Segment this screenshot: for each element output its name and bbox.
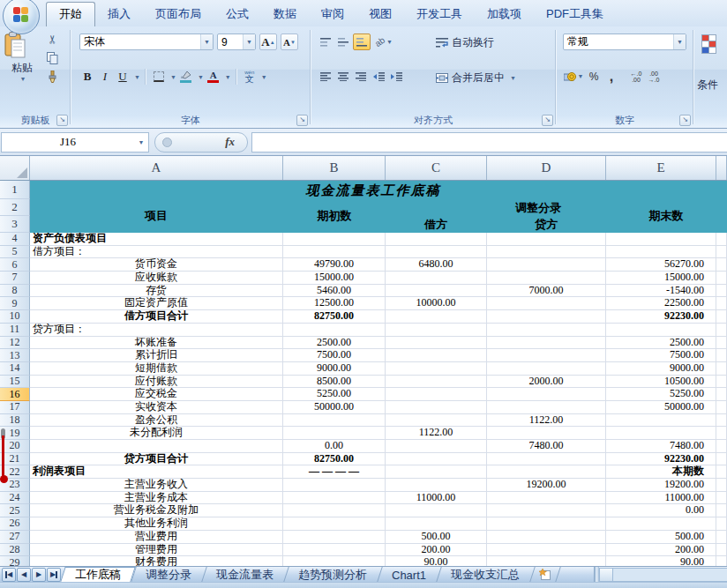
cell-E23[interactable]: 19200.00 bbox=[606, 479, 716, 492]
name-box[interactable]: J16 ▼ bbox=[1, 132, 149, 153]
cell-F26[interactable] bbox=[716, 517, 727, 531]
wrap-text-button[interactable]: 自动换行 bbox=[436, 35, 494, 50]
orientation-dropdown-icon[interactable]: ▼ bbox=[386, 39, 393, 45]
cell-C13[interactable] bbox=[386, 349, 487, 362]
cell-F19[interactable] bbox=[716, 427, 727, 440]
cell-E15[interactable]: 10500.00 bbox=[606, 376, 716, 389]
cell-F28[interactable] bbox=[716, 544, 727, 557]
cell-A24[interactable]: 主营业务成本 bbox=[30, 492, 283, 505]
cell-B9[interactable]: 12500.00 bbox=[283, 297, 386, 310]
cell-D27[interactable] bbox=[487, 531, 606, 544]
cell-E4[interactable] bbox=[606, 233, 716, 246]
cell-C16[interactable] bbox=[386, 388, 487, 401]
cell-A18[interactable]: 盈余公积 bbox=[30, 414, 283, 428]
cell-D23[interactable]: 19200.00 bbox=[487, 479, 606, 492]
cell-E22[interactable]: 本期数 bbox=[606, 465, 716, 479]
row-header-6[interactable]: 6 bbox=[0, 258, 30, 272]
row-header-29[interactable]: 29 bbox=[0, 556, 30, 566]
header-debit[interactable]: 借方 bbox=[424, 217, 447, 233]
merge-center-button[interactable]: 合并后居中 ▼ bbox=[436, 71, 516, 86]
column-header-D[interactable]: D bbox=[487, 156, 606, 180]
cell-B22[interactable]: — — — — bbox=[283, 465, 386, 479]
cell-E29[interactable]: 90.00 bbox=[606, 556, 716, 566]
cell-A11[interactable]: 贷方项目： bbox=[30, 324, 283, 337]
cell-B15[interactable]: 8500.00 bbox=[283, 376, 386, 389]
cell-D4[interactable] bbox=[487, 233, 606, 246]
row-header-25[interactable]: 25 bbox=[0, 504, 30, 517]
cell-C21[interactable] bbox=[386, 453, 487, 466]
cell-A13[interactable]: 累计折旧 bbox=[30, 349, 283, 362]
cell-B29[interactable] bbox=[283, 556, 386, 566]
phonetic-guide-button[interactable]: wén 文 bbox=[242, 70, 258, 85]
cell-D26[interactable] bbox=[487, 517, 606, 531]
ribbon-tab-1[interactable]: 插入 bbox=[95, 3, 143, 26]
merge-center-dropdown-icon[interactable]: ▼ bbox=[510, 75, 516, 81]
cell-C7[interactable] bbox=[386, 272, 487, 285]
cell-E17[interactable]: 50000.00 bbox=[606, 401, 716, 414]
cell-F12[interactable] bbox=[716, 337, 727, 350]
cell-F5[interactable] bbox=[716, 246, 727, 259]
ribbon-tab-2[interactable]: 页面布局 bbox=[143, 3, 214, 26]
cell-D28[interactable] bbox=[487, 544, 606, 557]
cell-C23[interactable] bbox=[386, 479, 487, 492]
name-box-dropdown-icon[interactable]: ▼ bbox=[134, 139, 148, 145]
horizontal-scrollbar[interactable] bbox=[599, 568, 727, 582]
cell-D7[interactable] bbox=[487, 272, 606, 285]
cell-B26[interactable] bbox=[283, 517, 386, 531]
cell-F11[interactable] bbox=[716, 324, 727, 337]
cell-C29[interactable]: 90.00 bbox=[386, 556, 487, 566]
cell-A23[interactable]: 主营业务收入 bbox=[30, 479, 283, 492]
cell-E6[interactable]: 56270.00 bbox=[606, 258, 716, 272]
bold-button[interactable]: B bbox=[79, 70, 95, 85]
cell-F13[interactable] bbox=[716, 349, 727, 362]
row-header-5[interactable]: 5 bbox=[0, 246, 30, 259]
cell-D11[interactable] bbox=[487, 324, 606, 337]
font-name-combobox[interactable]: 宋体 ▼ bbox=[79, 33, 214, 50]
borders-button[interactable] bbox=[151, 70, 167, 85]
cell-E28[interactable]: 200.00 bbox=[606, 544, 716, 557]
header-beginning-balance[interactable]: 期初数 bbox=[318, 208, 352, 224]
row-header-9[interactable]: 9 bbox=[0, 297, 30, 310]
cell-D9[interactable] bbox=[487, 297, 606, 310]
cell-C17[interactable] bbox=[386, 401, 487, 414]
align-left-button[interactable] bbox=[318, 69, 334, 84]
cell-B28[interactable] bbox=[283, 544, 386, 557]
phonetic-dropdown-icon[interactable]: ▼ bbox=[261, 74, 267, 80]
cell-E26[interactable] bbox=[606, 517, 716, 531]
sheet-tab-4[interactable]: Chart1 bbox=[379, 567, 438, 582]
previous-sheet-button[interactable]: ◀ bbox=[17, 568, 31, 582]
column-header-F-partial[interactable] bbox=[716, 156, 727, 180]
cell-A8[interactable]: 存货 bbox=[30, 285, 283, 298]
increase-indent-button[interactable] bbox=[388, 69, 404, 84]
cell-B27[interactable] bbox=[283, 531, 386, 544]
sheet-tab-1[interactable]: 调整分录 bbox=[133, 567, 204, 582]
cell-A9[interactable]: 固定资产原值 bbox=[30, 297, 283, 310]
cell-E16[interactable]: 5250.00 bbox=[606, 388, 716, 401]
bottom-align-button[interactable] bbox=[353, 33, 371, 50]
cell-B4[interactable] bbox=[283, 233, 386, 246]
row-header-15[interactable]: 15 bbox=[0, 376, 30, 389]
cell-E21[interactable]: 92230.00 bbox=[606, 453, 716, 466]
cell-E25[interactable]: 0.00 bbox=[606, 504, 716, 517]
cell-B19[interactable] bbox=[283, 427, 386, 440]
ribbon-tab-6[interactable]: 视图 bbox=[356, 3, 404, 26]
increase-decimal-button[interactable]: ←.0.00 bbox=[628, 69, 644, 84]
number-dialog-launcher[interactable]: ↘ bbox=[679, 115, 691, 126]
row-header-24[interactable]: 24 bbox=[0, 492, 30, 505]
cell-C25[interactable] bbox=[386, 504, 487, 517]
underline-button[interactable]: U bbox=[115, 70, 131, 85]
align-center-button[interactable] bbox=[335, 69, 351, 84]
cell-C8[interactable] bbox=[386, 285, 487, 298]
cell-C24[interactable]: 11000.00 bbox=[386, 492, 487, 505]
cell-E18[interactable] bbox=[606, 414, 716, 428]
cell-A7[interactable]: 应收账款 bbox=[30, 272, 283, 285]
row-header-13[interactable]: 13 bbox=[0, 349, 30, 362]
cell-B11[interactable] bbox=[283, 324, 386, 337]
cell-D21[interactable] bbox=[487, 453, 606, 466]
cell-D10[interactable] bbox=[487, 310, 606, 324]
cell-A28[interactable]: 管理费用 bbox=[30, 544, 283, 557]
cell-D16[interactable] bbox=[487, 388, 606, 401]
cell-F9[interactable] bbox=[716, 297, 727, 310]
ribbon-tab-3[interactable]: 公式 bbox=[214, 3, 261, 26]
top-align-button[interactable] bbox=[318, 34, 334, 49]
